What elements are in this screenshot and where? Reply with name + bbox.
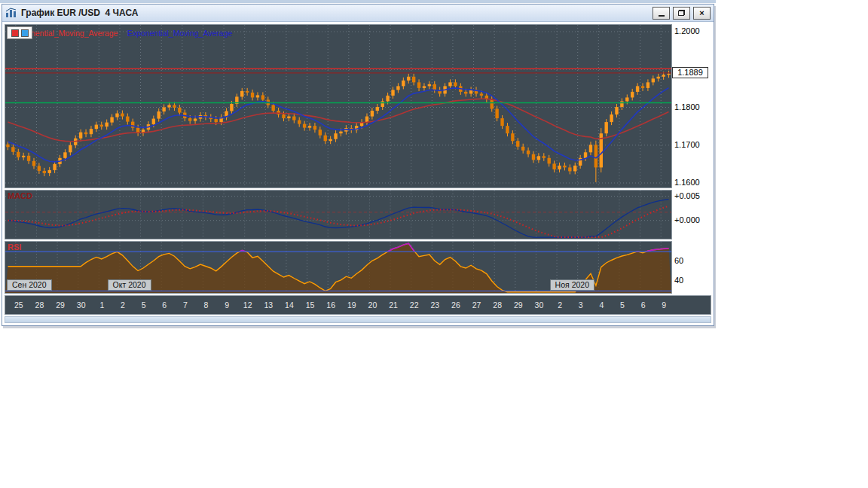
month-badge: Сен 2020 xyxy=(7,279,52,291)
window-title: График EUR /USD 4 ЧАСА xyxy=(21,8,649,18)
axis-tick: +0.000 xyxy=(674,215,700,224)
time-axis-label: 28 xyxy=(490,300,505,310)
red-swatch-icon xyxy=(11,29,19,37)
time-axis-label: 2 xyxy=(115,300,130,310)
time-axis-label: 19 xyxy=(344,300,359,310)
macd-panel[interactable]: MACD xyxy=(5,190,672,239)
time-axis-label: 3 xyxy=(573,300,588,310)
time-axis-label: 27 xyxy=(469,300,484,310)
time-axis-label: 25 xyxy=(11,300,26,310)
time-axis-label: 6 xyxy=(157,300,172,310)
close-icon: × xyxy=(699,9,704,17)
background-strip xyxy=(0,0,716,3)
time-axis-label: 6 xyxy=(636,300,651,310)
time-axis-label: 12 xyxy=(240,300,255,310)
time-axis-label: 28 xyxy=(32,300,47,310)
macd-row: MACD +0.005+0.000 xyxy=(5,190,711,239)
axis-tick: 1.2000 xyxy=(674,26,700,35)
time-axis-label: 1 xyxy=(94,300,109,310)
window-bottom-strip xyxy=(5,316,711,323)
month-badge: Окт 2020 xyxy=(108,279,151,291)
time-axis-label: 20 xyxy=(365,300,380,310)
rsi-label: RSI xyxy=(8,242,21,252)
time-axis-label: 8 xyxy=(198,300,213,310)
axis-tick: 40 xyxy=(674,276,683,285)
time-axis-label: 13 xyxy=(261,300,276,310)
chart-window: График EUR /USD 4 ЧАСА × Exponential_Mov… xyxy=(2,4,714,326)
rsi-panel[interactable]: RSI Сен 2020Окт 2020Ноя 2020 xyxy=(5,241,672,294)
main-chart-panel[interactable]: Exponential_Moving_Average Exponential_M… xyxy=(5,24,672,188)
time-axis-label: 29 xyxy=(511,300,526,310)
axis-tick: +0.005 xyxy=(674,191,700,200)
restore-icon xyxy=(678,10,685,16)
time-axis-label: 16 xyxy=(323,300,338,310)
time-axis-label: 14 xyxy=(282,300,297,310)
time-axis-label: 5 xyxy=(136,300,151,310)
month-badge: Ноя 2020 xyxy=(550,279,594,291)
rsi-axis[interactable]: 6040 xyxy=(672,241,710,294)
blue-swatch-icon xyxy=(21,29,29,37)
minimize-button[interactable] xyxy=(653,7,670,20)
axis-tick: 1.1700 xyxy=(674,140,700,149)
axis-tick: 1.1800 xyxy=(674,102,700,111)
macd-line xyxy=(8,200,669,237)
minimize-icon xyxy=(659,15,665,17)
rsi-row: RSI Сен 2020Окт 2020Ноя 2020 6040 xyxy=(5,241,711,294)
time-axis-label: 4 xyxy=(594,300,609,310)
legend-swatches xyxy=(7,26,32,39)
time-axis-label: 29 xyxy=(53,300,68,310)
ema-legend-blue: Exponential_Moving_Average xyxy=(127,29,232,38)
main-row: Exponential_Moving_Average Exponential_M… xyxy=(5,24,711,188)
vertical-grid xyxy=(16,25,661,188)
chart-area: Exponential_Moving_Average Exponential_M… xyxy=(2,22,714,325)
time-axis-label: 7 xyxy=(178,300,193,310)
time-axis-label: 9 xyxy=(219,300,234,310)
time-axis-label: 15 xyxy=(303,300,318,310)
time-axis-label: 30 xyxy=(74,300,89,310)
current-price-box: 1.1889 xyxy=(672,67,708,78)
titlebar[interactable]: График EUR /USD 4 ЧАСА × xyxy=(2,5,714,22)
close-button[interactable]: × xyxy=(693,7,711,20)
axis-tick: 60 xyxy=(674,256,683,265)
chart-icon xyxy=(5,8,17,18)
macd-signal-line xyxy=(8,206,669,238)
time-axis-label: 2 xyxy=(552,300,567,310)
time-axis-label: 22 xyxy=(407,300,422,310)
time-axis-label: 9 xyxy=(656,300,671,310)
candles xyxy=(6,71,670,182)
time-axis-label: 21 xyxy=(386,300,401,310)
price-axis[interactable]: 1.1889 1.20001.18001.17001.1600 xyxy=(672,24,710,188)
macd-axis[interactable]: +0.005+0.000 xyxy=(672,190,710,239)
macd-label: MACD xyxy=(8,191,32,200)
time-axis-label: 23 xyxy=(427,300,442,310)
time-axis-label: 30 xyxy=(531,300,546,310)
horizontal-grid xyxy=(5,32,671,183)
time-axis-label: 26 xyxy=(448,300,463,310)
axis-tick: 1.1600 xyxy=(674,178,700,187)
desktop: График EUR /USD 4 ЧАСА × Exponential_Mov… xyxy=(0,0,868,488)
restore-button[interactable] xyxy=(673,7,690,20)
time-axis[interactable]: 2528293012567891213141516192021222326272… xyxy=(5,295,711,315)
time-axis-label: 5 xyxy=(615,300,630,310)
